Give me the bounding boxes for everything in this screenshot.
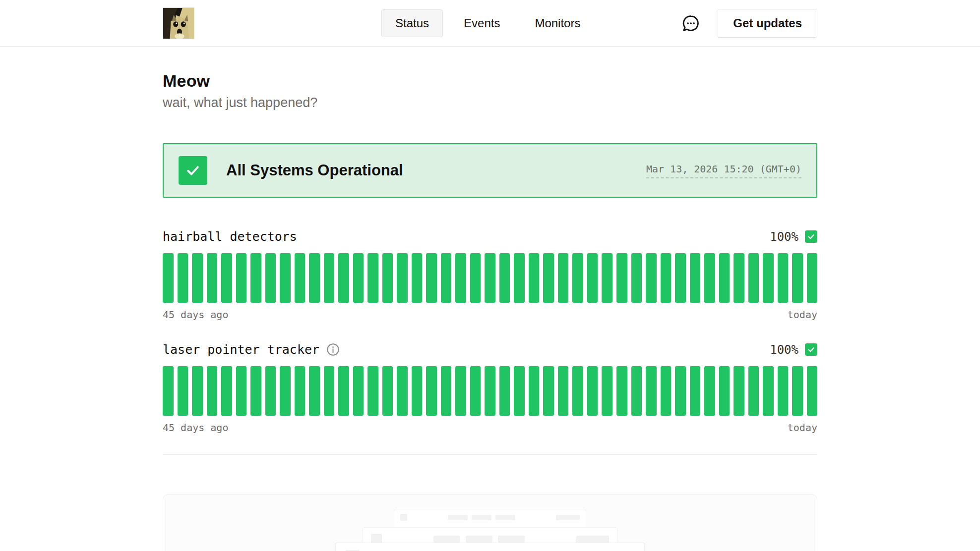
uptime-bar-operational[interactable]	[704, 253, 715, 303]
uptime-bar-operational[interactable]	[295, 253, 306, 303]
uptime-bar-operational[interactable]	[807, 253, 818, 303]
uptime-bar-operational[interactable]	[748, 253, 759, 303]
uptime-bar-operational[interactable]	[763, 366, 774, 416]
uptime-bar-operational[interactable]	[221, 253, 232, 303]
uptime-bar-operational[interactable]	[587, 253, 598, 303]
uptime-bar-operational[interactable]	[763, 253, 774, 303]
uptime-bar-operational[interactable]	[382, 366, 393, 416]
uptime-bar-operational[interactable]	[543, 366, 554, 416]
uptime-bar-operational[interactable]	[558, 253, 569, 303]
uptime-bar-operational[interactable]	[572, 366, 583, 416]
uptime-bar-operational[interactable]	[734, 366, 744, 416]
uptime-bar-operational[interactable]	[441, 253, 452, 303]
uptime-bar-operational[interactable]	[455, 253, 466, 303]
tab-events[interactable]: Events	[450, 9, 514, 37]
uptime-bar-operational[interactable]	[704, 366, 715, 416]
uptime-bar-operational[interactable]	[616, 253, 627, 303]
uptime-bar-operational[interactable]	[529, 366, 540, 416]
uptime-bar-operational[interactable]	[295, 366, 306, 416]
uptime-bar-operational[interactable]	[309, 366, 320, 416]
uptime-bar-operational[interactable]	[397, 253, 408, 303]
uptime-bar-operational[interactable]	[485, 366, 495, 416]
uptime-bar-operational[interactable]	[455, 366, 466, 416]
uptime-bar-operational[interactable]	[748, 366, 759, 416]
uptime-bar-operational[interactable]	[792, 366, 803, 416]
cat-logo[interactable]	[163, 7, 194, 39]
uptime-bar-operational[interactable]	[792, 253, 803, 303]
uptime-bar-operational[interactable]	[207, 366, 218, 416]
uptime-bar-operational[interactable]	[250, 366, 261, 416]
uptime-bar-operational[interactable]	[368, 253, 378, 303]
tab-monitors[interactable]: Monitors	[521, 9, 594, 37]
uptime-bar-operational[interactable]	[338, 366, 349, 416]
uptime-bar-operational[interactable]	[499, 253, 510, 303]
uptime-bar-operational[interactable]	[529, 253, 540, 303]
uptime-bar-operational[interactable]	[397, 366, 408, 416]
uptime-bar-operational[interactable]	[163, 253, 174, 303]
uptime-bar-operational[interactable]	[178, 366, 188, 416]
uptime-bar-operational[interactable]	[602, 253, 612, 303]
uptime-bar-operational[interactable]	[309, 253, 320, 303]
uptime-bar-operational[interactable]	[587, 366, 598, 416]
uptime-bar-operational[interactable]	[558, 366, 569, 416]
uptime-bar-operational[interactable]	[675, 253, 686, 303]
uptime-bar-operational[interactable]	[192, 253, 203, 303]
uptime-bar-operational[interactable]	[572, 253, 583, 303]
uptime-bar-operational[interactable]	[163, 366, 174, 416]
uptime-bar-operational[interactable]	[602, 366, 612, 416]
uptime-bar-operational[interactable]	[426, 253, 437, 303]
uptime-bar-operational[interactable]	[426, 366, 437, 416]
uptime-bar-operational[interactable]	[236, 366, 247, 416]
uptime-bar-operational[interactable]	[661, 253, 672, 303]
uptime-bar-operational[interactable]	[338, 253, 349, 303]
uptime-bar-operational[interactable]	[353, 253, 364, 303]
uptime-bar-operational[interactable]	[441, 366, 452, 416]
uptime-bar-operational[interactable]	[646, 253, 657, 303]
uptime-bar-operational[interactable]	[412, 366, 423, 416]
uptime-bar-operational[interactable]	[734, 253, 744, 303]
uptime-bar-operational[interactable]	[412, 253, 423, 303]
uptime-bar-operational[interactable]	[485, 253, 495, 303]
uptime-bar-operational[interactable]	[778, 366, 789, 416]
uptime-bar-operational[interactable]	[631, 253, 642, 303]
uptime-bar-operational[interactable]	[324, 253, 335, 303]
uptime-bar-operational[interactable]	[778, 253, 789, 303]
uptime-bar-operational[interactable]	[250, 253, 261, 303]
uptime-bar-operational[interactable]	[178, 253, 188, 303]
uptime-bar-operational[interactable]	[499, 366, 510, 416]
uptime-bar-operational[interactable]	[324, 366, 335, 416]
uptime-bar-operational[interactable]	[382, 253, 393, 303]
uptime-bar-operational[interactable]	[470, 366, 481, 416]
uptime-bar-operational[interactable]	[207, 253, 218, 303]
uptime-bar-operational[interactable]	[807, 366, 818, 416]
uptime-bar-operational[interactable]	[221, 366, 232, 416]
info-icon[interactable]	[326, 343, 340, 356]
uptime-bar-operational[interactable]	[690, 366, 701, 416]
uptime-bar-operational[interactable]	[280, 366, 291, 416]
banner-timestamp[interactable]: Mar 13, 2026 15:20 (GMT+0)	[646, 163, 801, 178]
uptime-bar-operational[interactable]	[719, 366, 730, 416]
uptime-bar-operational[interactable]	[675, 366, 686, 416]
tab-status[interactable]: Status	[381, 9, 443, 37]
uptime-bar-operational[interactable]	[514, 366, 525, 416]
uptime-bar-operational[interactable]	[646, 366, 657, 416]
uptime-bar-operational[interactable]	[543, 253, 554, 303]
uptime-bar-operational[interactable]	[514, 253, 525, 303]
uptime-bar-operational[interactable]	[236, 253, 247, 303]
uptime-bar-operational[interactable]	[631, 366, 642, 416]
uptime-bar-operational[interactable]	[616, 366, 627, 416]
range-start-label: 45 days ago	[163, 422, 228, 434]
uptime-bar-operational[interactable]	[192, 366, 203, 416]
uptime-bar-operational[interactable]	[280, 253, 291, 303]
uptime-bar-operational[interactable]	[368, 366, 378, 416]
uptime-bar-operational[interactable]	[265, 366, 276, 416]
uptime-bar-operational[interactable]	[690, 253, 701, 303]
monitor-status-check-icon	[805, 343, 817, 356]
uptime-bar-operational[interactable]	[353, 366, 364, 416]
get-updates-button[interactable]: Get updates	[718, 9, 817, 38]
uptime-bar-operational[interactable]	[265, 253, 276, 303]
feedback-chat-icon[interactable]	[681, 13, 701, 33]
uptime-bar-operational[interactable]	[470, 253, 481, 303]
uptime-bar-operational[interactable]	[661, 366, 672, 416]
uptime-bar-operational[interactable]	[719, 253, 730, 303]
